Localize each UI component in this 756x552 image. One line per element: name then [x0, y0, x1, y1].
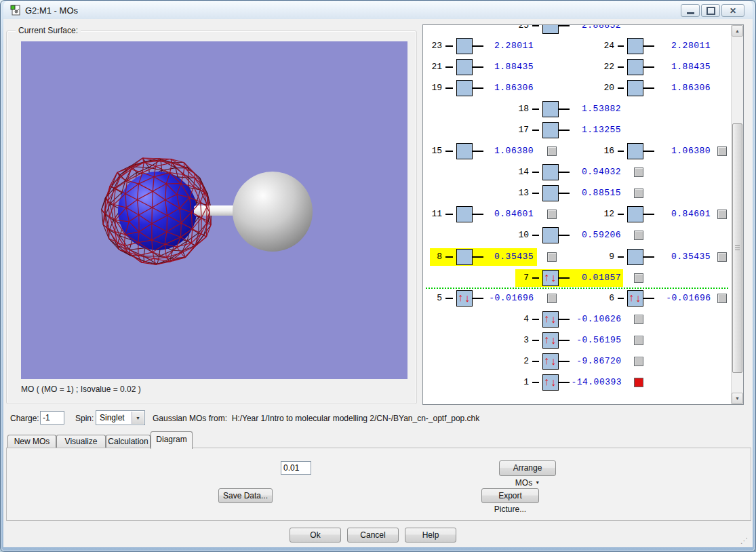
mo-orbital-box[interactable]: ↑↓ [542, 332, 559, 349]
electron-down-icon: ↓ [551, 375, 556, 390]
mo-scrollbar[interactable]: ▲ ▼ [731, 25, 743, 404]
mo-visible-checkbox[interactable] [547, 294, 557, 303]
homo-lumo-separator [426, 288, 728, 289]
mo-level-line [643, 45, 654, 47]
electron-down-icon: ↓ [551, 354, 556, 369]
mo-number: 18 [500, 104, 529, 115]
mo-level-line [643, 256, 654, 258]
tab-new-mos[interactable]: New MOs [7, 435, 56, 448]
mo-orbital-box[interactable]: ↑↓ [542, 353, 559, 370]
mo-energy-value: 1.86306 [494, 83, 534, 94]
tab-calculation[interactable]: Calculation [106, 435, 151, 448]
degeneracy-threshold-input[interactable] [281, 461, 311, 475]
mo-visible-checkbox[interactable] [634, 167, 643, 177]
mo-visible-checkbox[interactable] [547, 146, 557, 156]
mo-visible-checkbox[interactable] [717, 210, 727, 219]
molecule-viewport[interactable] [21, 41, 407, 379]
mo-orbital-box[interactable] [627, 38, 643, 54]
carbon-atom[interactable] [233, 172, 313, 252]
caption-buttons: ✕ [681, 4, 744, 17]
mo-level-line [473, 66, 483, 68]
save-data-button[interactable]: Save Data... [218, 488, 273, 503]
mo-orbital-box[interactable] [456, 206, 473, 222]
titlebar[interactable]: G2:M1 - MOs ✕ [3, 1, 753, 19]
resize-grip[interactable]: ⋰ [740, 536, 748, 545]
mo-level-line [559, 319, 570, 320]
maximize-icon[interactable] [701, 4, 720, 17]
mo-energy-value: -0.56195 [576, 335, 621, 346]
ok-button[interactable]: Ok [290, 528, 341, 543]
mo-visible-checkbox[interactable] [634, 189, 643, 198]
mo-number: 14 [500, 167, 529, 178]
arrange-mos-button[interactable]: Arrange MOs▼ [499, 460, 556, 476]
charge-input[interactable] [40, 411, 64, 425]
mo-orbital-box[interactable] [627, 206, 643, 222]
cancel-button[interactable]: Cancel [347, 528, 399, 543]
mo-visible-checkbox[interactable] [717, 252, 727, 262]
tab-diagram[interactable]: Diagram [151, 431, 193, 449]
mo-orbital-box[interactable]: ↑↓ [542, 374, 559, 391]
mo-orbital-box[interactable]: ↑↓ [542, 270, 559, 286]
mo-orbital-box[interactable] [542, 25, 559, 34]
spin-select[interactable]: Singlet ▼ [96, 410, 145, 425]
mo-level-line [532, 109, 539, 110]
mo-orbital-box[interactable] [456, 59, 473, 75]
mo-orbital-box[interactable] [456, 249, 473, 265]
mo-number: 19 [423, 83, 442, 94]
molecule-canvas[interactable] [21, 41, 407, 379]
mo-orbital-box[interactable] [542, 227, 559, 243]
scroll-up-icon[interactable]: ▲ [732, 25, 743, 37]
mo-visible-checkbox[interactable] [547, 210, 557, 219]
mo-diagram-panel: 252.88852232.28011242.28011211.88435221.… [422, 24, 744, 405]
mo-visible-checkbox[interactable] [717, 146, 727, 156]
mo-visible-checkbox[interactable] [634, 315, 643, 324]
mo-orbital-box[interactable] [456, 38, 473, 54]
mo-orbital-box[interactable]: ↑↓ [456, 290, 473, 307]
help-button[interactable]: Help [405, 528, 456, 543]
mo-number: 12 [586, 209, 614, 220]
mo-visible-checkbox[interactable] [634, 378, 643, 387]
mo-visible-checkbox[interactable] [547, 252, 557, 262]
close-icon[interactable]: ✕ [721, 4, 744, 17]
mo-level-line [532, 130, 539, 131]
mo-energy-value: 0.59206 [582, 230, 621, 241]
mo-orbital-box[interactable] [627, 59, 643, 75]
scroll-thumb[interactable] [732, 123, 742, 373]
nitrogen-atom[interactable] [118, 172, 197, 250]
mo-orbital-box[interactable] [627, 249, 643, 265]
mo-visible-checkbox[interactable] [717, 294, 727, 303]
electron-up-icon: ↑ [544, 311, 549, 326]
mo-orbital-box[interactable] [542, 164, 559, 180]
mo-number: 24 [586, 41, 614, 52]
mo-orbital-box[interactable] [627, 143, 643, 159]
mo-level-line [532, 193, 539, 194]
mo-level-line [559, 172, 570, 173]
electron-up-icon: ↑ [544, 332, 549, 347]
mo-level-line [473, 298, 483, 299]
mo-visible-checkbox[interactable] [634, 336, 643, 345]
scroll-thumb-grip [735, 245, 740, 246]
export-picture-button[interactable]: Export Picture... [481, 488, 539, 503]
mo-energy-value: 0.88515 [582, 188, 621, 199]
mo-level-line [559, 340, 570, 341]
mo-visible-checkbox[interactable] [634, 357, 643, 366]
mo-number: 21 [423, 62, 442, 73]
scroll-down-icon[interactable]: ▼ [732, 393, 743, 404]
mo-orbital-box[interactable] [456, 80, 473, 96]
mo-energy-value: 1.06380 [671, 146, 711, 157]
mo-orbital-box[interactable] [456, 143, 473, 159]
mo-level-line [618, 45, 624, 47]
mo-orbital-box[interactable] [542, 101, 559, 117]
mo-visible-checkbox[interactable] [634, 273, 643, 283]
tab-visualize[interactable]: Visualize [56, 435, 106, 448]
mo-orbital-box[interactable]: ↑↓ [542, 311, 559, 328]
mo-orbital-box[interactable]: ↑↓ [627, 290, 643, 307]
mo-level-line [618, 298, 624, 299]
mo-level-line [643, 214, 654, 215]
mo-orbital-box[interactable] [627, 80, 643, 96]
mo-orbital-box[interactable] [542, 185, 559, 201]
mo-visible-checkbox[interactable] [634, 231, 643, 240]
mo-orbital-box[interactable] [542, 122, 559, 138]
minimize-icon[interactable] [681, 4, 700, 17]
chevron-down-icon[interactable]: ▼ [132, 412, 144, 424]
